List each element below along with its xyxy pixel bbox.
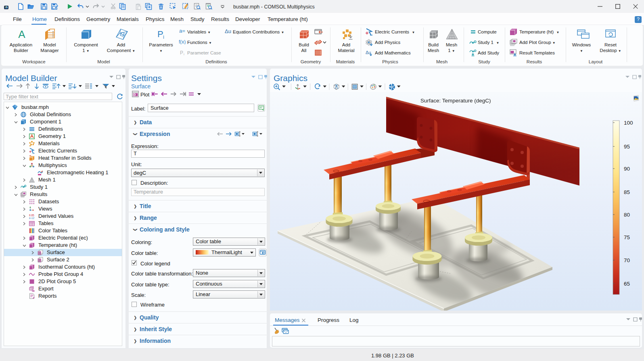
- svg-text:100: 100: [624, 120, 633, 126]
- svg-text:a=: a=: [179, 29, 185, 33]
- svg-text:e-12: e-12: [29, 217, 34, 219]
- svg-text:A: A: [18, 29, 25, 40]
- svg-text:8.85: 8.85: [29, 214, 34, 217]
- svg-text:70: 70: [624, 257, 630, 263]
- svg-text:85: 85: [624, 189, 630, 195]
- svg-text:i: i: [184, 52, 184, 55]
- svg-text:P: P: [157, 29, 163, 39]
- svg-text:P: P: [180, 50, 183, 55]
- svg-text:95: 95: [624, 144, 630, 150]
- svg-text:Δu: Δu: [225, 29, 231, 34]
- svg-text:f(x): f(x): [179, 39, 186, 44]
- svg-text:65: 65: [624, 281, 630, 287]
- svg-text:90: 90: [624, 166, 630, 172]
- svg-text:i: i: [163, 34, 164, 39]
- svg-text:80: 80: [624, 212, 630, 218]
- svg-text:Δu: Δu: [366, 50, 371, 55]
- svg-text:75: 75: [624, 234, 630, 240]
